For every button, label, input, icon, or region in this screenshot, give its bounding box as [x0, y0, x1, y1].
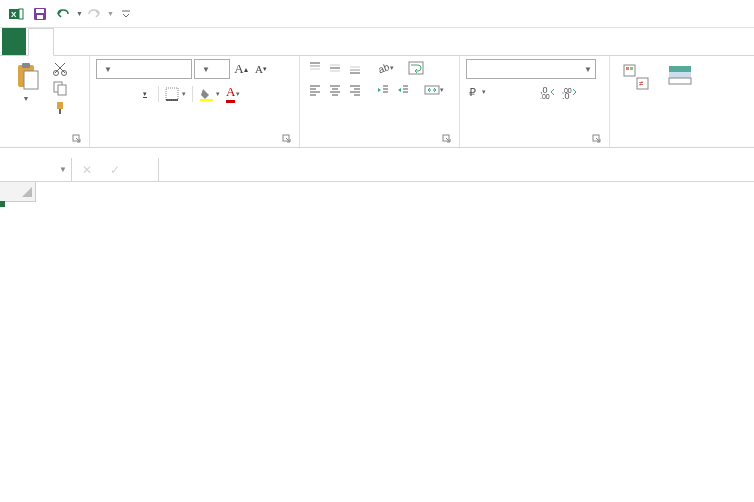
- tab-view[interactable]: [174, 28, 198, 55]
- svg-rect-2: [19, 9, 23, 19]
- align-center-button[interactable]: [326, 81, 344, 99]
- formula-input[interactable]: [165, 162, 748, 178]
- svg-text:₽: ₽: [469, 86, 476, 98]
- orientation-button[interactable]: ab▾: [374, 59, 396, 77]
- tab-insert[interactable]: [54, 28, 78, 55]
- wrap-text-button[interactable]: [406, 59, 426, 77]
- tab-data[interactable]: [126, 28, 150, 55]
- quick-access-toolbar: X ▼ ▼: [0, 0, 754, 28]
- conditional-formatting-icon: ≠: [620, 61, 652, 93]
- svg-rect-63: [669, 72, 691, 78]
- svg-rect-14: [57, 102, 63, 109]
- insert-function-button[interactable]: [134, 161, 152, 179]
- underline-button[interactable]: ▾: [136, 85, 154, 103]
- redo-icon[interactable]: [85, 4, 105, 24]
- brush-icon: [52, 100, 68, 116]
- number-launcher-icon[interactable]: [591, 133, 603, 145]
- svg-rect-9: [24, 71, 38, 89]
- align-top-button[interactable]: [306, 59, 324, 77]
- align-bottom-button[interactable]: [346, 59, 364, 77]
- format-as-icon: [664, 61, 696, 93]
- qat-customize-icon[interactable]: [116, 4, 136, 24]
- scissors-icon: [52, 60, 68, 76]
- cut-button[interactable]: [50, 59, 70, 77]
- merge-center-button[interactable]: ▾: [422, 81, 446, 99]
- decrease-decimal-button[interactable]: ,00,0: [560, 83, 580, 101]
- paste-dropdown-arrow-icon: ▼: [23, 95, 30, 102]
- svg-rect-8: [22, 63, 30, 68]
- currency-icon: ₽: [468, 85, 482, 99]
- comma-style-button[interactable]: [510, 83, 528, 101]
- fill-color-button[interactable]: ▾: [197, 85, 222, 103]
- svg-text:≠: ≠: [639, 79, 644, 88]
- format-painter-button[interactable]: [50, 99, 70, 117]
- formula-bar: ▼ ✕ ✓: [0, 158, 754, 182]
- excel-app-icon: X: [6, 4, 26, 24]
- undo-icon[interactable]: [54, 4, 74, 24]
- tab-page-layout[interactable]: [78, 28, 102, 55]
- group-number-label: [466, 142, 603, 147]
- svg-point-10: [54, 71, 59, 76]
- group-font: ▼ ▼ A▴ A▾ ▾ ▾ ▾ A▾: [90, 56, 300, 147]
- accounting-format-button[interactable]: ₽▾: [466, 83, 488, 101]
- align-right-button[interactable]: [346, 81, 364, 99]
- accept-formula-button[interactable]: ✓: [106, 161, 124, 179]
- tab-review[interactable]: [150, 28, 174, 55]
- paste-button[interactable]: ▼: [6, 59, 46, 104]
- align-middle-button[interactable]: [326, 59, 344, 77]
- bold-button[interactable]: [96, 85, 114, 103]
- merge-icon: [424, 83, 440, 97]
- svg-text:,00: ,00: [540, 93, 550, 99]
- decrease-indent-button[interactable]: [374, 81, 392, 99]
- group-alignment: ab▾ ▾: [300, 56, 460, 147]
- select-all-corner[interactable]: [0, 182, 36, 202]
- tab-file[interactable]: [2, 28, 26, 55]
- decrease-font-button[interactable]: A▾: [252, 60, 270, 78]
- redo-dropdown-arrow-icon[interactable]: ▼: [107, 10, 114, 17]
- svg-rect-13: [58, 85, 66, 95]
- active-cell-indicator: [0, 202, 4, 206]
- font-name-combo[interactable]: ▼: [96, 59, 192, 79]
- font-color-button[interactable]: A▾: [224, 83, 242, 104]
- svg-rect-4: [36, 9, 44, 13]
- italic-button[interactable]: [116, 85, 134, 103]
- ribbon-tabs: [0, 28, 754, 56]
- orientation-icon: ab: [376, 61, 390, 75]
- svg-text:,0: ,0: [562, 91, 570, 99]
- clipboard-launcher-icon[interactable]: [71, 133, 83, 145]
- format-as-table-button[interactable]: [660, 59, 700, 97]
- spreadsheet-grid: [0, 182, 754, 202]
- group-alignment-label: [306, 142, 453, 147]
- paste-icon: [10, 61, 42, 93]
- group-number: ▼ ₽▾ ,0,00 ,00,0: [460, 56, 610, 147]
- bucket-icon: [199, 87, 215, 101]
- name-box-input[interactable]: [4, 162, 56, 178]
- name-box[interactable]: ▼: [0, 158, 72, 181]
- borders-button[interactable]: ▾: [163, 85, 188, 103]
- border-icon: [165, 87, 181, 101]
- undo-dropdown-arrow-icon[interactable]: ▼: [76, 10, 83, 17]
- copy-button[interactable]: [50, 79, 70, 97]
- svg-text:ab: ab: [377, 61, 390, 75]
- conditional-formatting-button[interactable]: ≠: [616, 59, 656, 97]
- tab-formulas[interactable]: [102, 28, 126, 55]
- svg-rect-64: [669, 78, 691, 84]
- tab-home[interactable]: [28, 28, 54, 56]
- cancel-formula-button[interactable]: ✕: [78, 161, 96, 179]
- increase-indent-button[interactable]: [394, 81, 412, 99]
- increase-decimal-button[interactable]: ,0,00: [538, 83, 558, 101]
- number-format-combo[interactable]: ▼: [466, 59, 596, 79]
- svg-rect-5: [37, 15, 43, 19]
- copy-icon: [52, 80, 68, 96]
- percent-button[interactable]: [490, 83, 508, 101]
- svg-point-11: [62, 71, 67, 76]
- align-left-button[interactable]: [306, 81, 324, 99]
- alignment-launcher-icon[interactable]: [441, 133, 453, 145]
- group-clipboard-label: [6, 142, 83, 147]
- svg-rect-58: [626, 67, 629, 70]
- name-box-dropdown-icon[interactable]: ▼: [59, 165, 67, 174]
- increase-font-button[interactable]: A▴: [232, 60, 250, 78]
- save-icon[interactable]: [30, 4, 50, 24]
- font-launcher-icon[interactable]: [281, 133, 293, 145]
- font-size-combo[interactable]: ▼: [194, 59, 230, 79]
